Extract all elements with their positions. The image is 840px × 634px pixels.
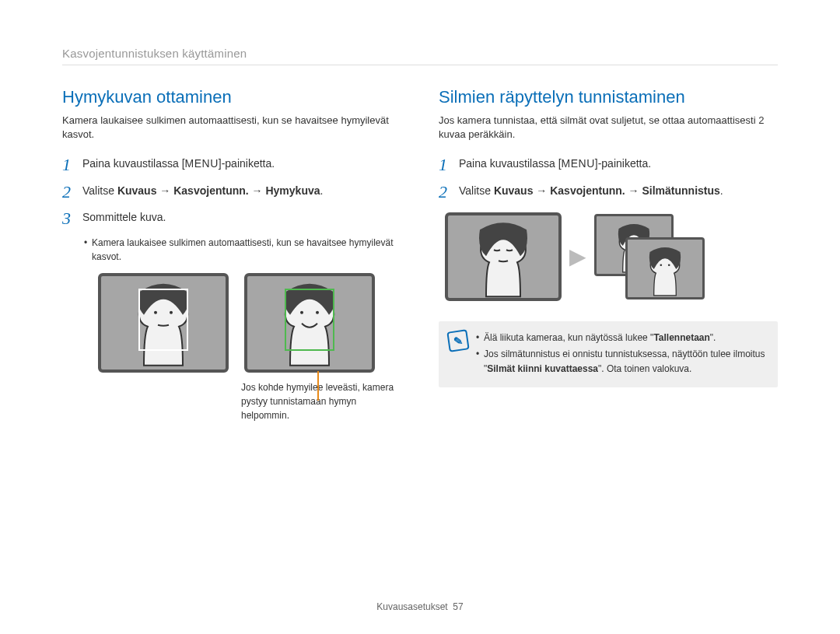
note-item: Jos silmätunnistus ei onnistu tunnistuks… (476, 347, 767, 377)
step-number: 2 (62, 183, 82, 201)
step-text: Valitse Kuvaus → Kasvojentunn. → Silmätu… (459, 183, 778, 199)
step-number: 1 (62, 156, 82, 174)
col-blink-detection: Silmien räpyttelyn tunnistaminen Jos kam… (439, 87, 778, 422)
callout-caption: Jos kohde hymyilee leveästi, kamera pyst… (241, 380, 401, 422)
callout-line (317, 371, 319, 401)
example-thumbnails (98, 273, 401, 373)
menu-key-icon: MENU (185, 157, 219, 170)
sub-bullet: Kamera laukaisee sulkimen automaattisest… (84, 236, 401, 264)
info-icon: ✎ (446, 329, 469, 352)
step-text: Sommittele kuva. (82, 209, 401, 226)
burst-frame-2 (625, 237, 705, 299)
arrow-right-icon: ▶ (569, 243, 586, 269)
result-burst-stack (594, 214, 703, 299)
heading-smile: Hymykuvan ottaminen (62, 87, 401, 107)
preview-neutral-face (98, 273, 229, 373)
step-number: 2 (439, 183, 459, 201)
page-footer: Kuvausasetukset 57 (0, 601, 840, 612)
section-header: Kasvojentunnistuksen käyttäminen (62, 47, 778, 65)
note-item: Älä liikuta kameraa, kun näytössä lukee … (476, 331, 767, 345)
step-number: 1 (439, 156, 459, 174)
menu-key-icon: MENU (562, 157, 595, 170)
focus-box-white (138, 289, 188, 351)
preview-smiling-face (244, 273, 375, 373)
info-note: ✎ Älä liikuta kameraa, kun näytössä luke… (439, 321, 778, 388)
focus-box-green (285, 289, 334, 351)
step-text: Paina kuvaustilassa [MENU]-painiketta. (82, 156, 401, 172)
lead-blink: Jos kamera tunnistaa, että silmät ovat s… (439, 114, 778, 142)
heading-blink: Silmien räpyttelyn tunnistaminen (439, 87, 778, 107)
blink-previews: ▶ (445, 212, 778, 301)
preview-eyes-closed (445, 212, 562, 301)
step-text: Paina kuvaustilassa [MENU]-painiketta. (459, 156, 778, 172)
lead-smile: Kamera laukaisee sulkimen automaattisest… (62, 114, 401, 142)
step-text: Valitse Kuvaus → Kasvojentunn. → Hymykuv… (82, 183, 401, 199)
col-smile-shot: Hymykuvan ottaminen Kamera laukaisee sul… (62, 87, 401, 422)
step-number: 3 (62, 209, 82, 228)
